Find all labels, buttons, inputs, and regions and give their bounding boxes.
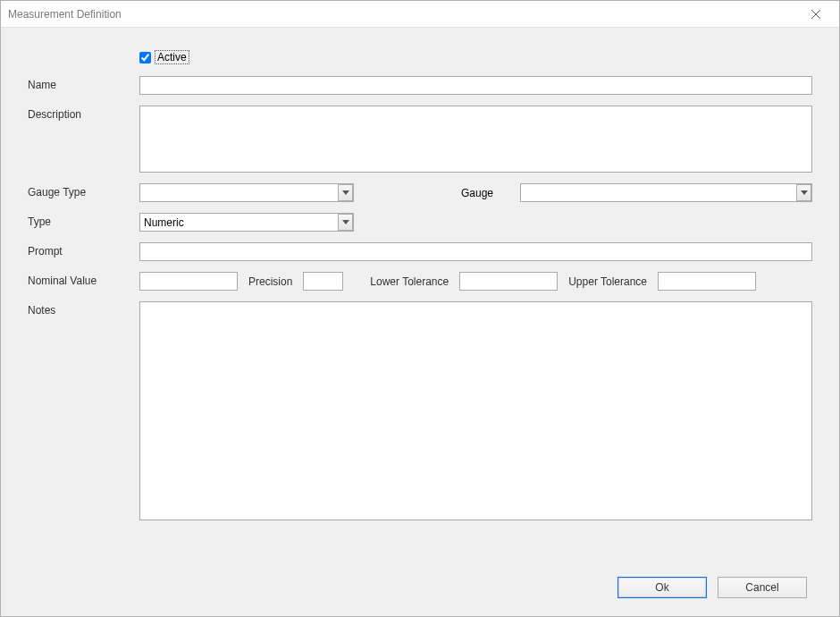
upper-tolerance-label: Upper Tolerance: [567, 275, 649, 288]
gauge-type-combo[interactable]: [139, 183, 354, 202]
row-nominal: Nominal Value Precision Lower Tolerance …: [28, 272, 812, 291]
name-input[interactable]: [139, 76, 812, 95]
window-title: Measurement Definition: [8, 8, 122, 21]
chevron-down-icon: [342, 190, 349, 195]
row-type: Type: [28, 213, 812, 232]
active-checkbox[interactable]: [139, 52, 151, 63]
gauge-label: Gauge: [354, 187, 520, 199]
measurement-definition-dialog: Measurement Definition Active: [0, 0, 840, 617]
close-button[interactable]: [798, 3, 834, 26]
gauge-type-label: Gauge Type: [28, 183, 139, 199]
nominal-value-label: Nominal Value: [28, 272, 139, 287]
row-name: Name: [28, 76, 812, 95]
label-blank-active: [28, 50, 139, 65]
row-prompt: Prompt: [28, 242, 812, 261]
upper-tolerance-input[interactable]: [658, 272, 756, 291]
row-active: Active: [28, 50, 812, 65]
chevron-down-icon: [801, 190, 808, 195]
dialog-content: Active Name Description Gauge Ty: [1, 28, 839, 616]
notes-textarea[interactable]: [139, 301, 812, 520]
active-label: Active: [155, 50, 189, 64]
prompt-label: Prompt: [28, 242, 139, 258]
button-bar: Ok Cancel: [28, 568, 812, 607]
gauge-combo-wrap[interactable]: [520, 183, 812, 202]
titlebar: Measurement Definition: [1, 1, 839, 28]
gauge-type-dropdown-button[interactable]: [338, 184, 353, 201]
type-label: Type: [28, 213, 139, 228]
lower-tolerance-label: Lower Tolerance: [352, 275, 450, 288]
type-dropdown-button[interactable]: [338, 214, 353, 231]
row-gauge: Gauge Type Gauge: [28, 183, 812, 202]
row-description: Description: [28, 106, 812, 173]
lower-tolerance-input[interactable]: [459, 272, 558, 291]
type-combo-wrap[interactable]: [139, 213, 354, 232]
gauge-combo[interactable]: [520, 183, 812, 202]
close-icon: [811, 10, 820, 19]
precision-label: Precision: [247, 275, 294, 288]
description-label: Description: [28, 106, 139, 121]
ok-button[interactable]: Ok: [617, 577, 707, 598]
nominal-value-input[interactable]: [139, 272, 238, 291]
precision-input[interactable]: [303, 272, 343, 291]
cancel-button[interactable]: Cancel: [718, 577, 807, 598]
notes-label: Notes: [28, 301, 139, 317]
chevron-down-icon: [342, 220, 349, 224]
name-label: Name: [28, 76, 139, 91]
gauge-dropdown-button[interactable]: [796, 184, 811, 201]
form-area: Active Name Description Gauge Ty: [28, 50, 812, 568]
gauge-type-combo-wrap[interactable]: [139, 183, 354, 202]
description-textarea[interactable]: [139, 106, 812, 173]
prompt-input[interactable]: [139, 242, 812, 261]
row-notes: Notes: [28, 301, 812, 520]
type-combo[interactable]: [139, 213, 354, 232]
active-checkbox-wrap[interactable]: Active: [139, 50, 189, 64]
